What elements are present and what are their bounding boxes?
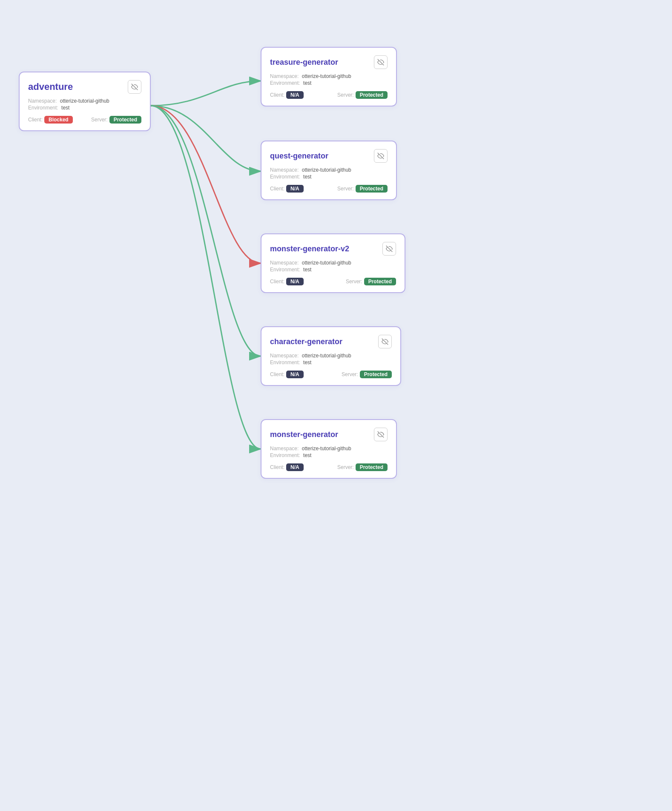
adventure-icon-btn[interactable] [128, 80, 141, 94]
eye-off-icon [131, 83, 138, 90]
character-server: Server: Protected [342, 371, 392, 378]
character-icon-btn[interactable] [378, 335, 392, 348]
treasure-namespace: Namespace: otterize-tutorial-github [270, 73, 388, 79]
card-treasure-header: treasure-generator [270, 55, 388, 69]
treasure-footer: Client: N/A Server: Protected [270, 91, 388, 99]
card-character-title: character-generator [270, 337, 342, 346]
adventure-environment: Environment: test [28, 105, 141, 111]
card-monster-header: monster-generator [270, 428, 388, 441]
monster-v2-server-badge: Protected [364, 278, 396, 285]
canvas: adventure Namespace: otterize-tutorial-g… [0, 0, 672, 811]
adventure-client-badge: Blocked [44, 116, 73, 124]
eye-off-icon-monster [377, 431, 384, 438]
monster-server-badge: Protected [356, 463, 388, 471]
character-server-badge: Protected [360, 371, 392, 378]
monster-v2-server: Server: Protected [346, 278, 396, 285]
monster-server: Server: Protected [337, 463, 388, 471]
character-client-badge: N/A [286, 371, 304, 378]
monster-v2-environment: Environment: test [270, 267, 396, 273]
card-quest-header: quest-generator [270, 149, 388, 163]
card-treasure-title: treasure-generator [270, 58, 338, 67]
treasure-client: Client: N/A [270, 91, 304, 99]
card-character-header: character-generator [270, 335, 392, 348]
quest-namespace: Namespace: otterize-tutorial-github [270, 167, 388, 173]
eye-off-icon-character [382, 338, 388, 345]
card-monster-v2-title: monster-generator-v2 [270, 244, 349, 253]
adventure-footer: Client: Blocked Server: Protected [28, 116, 141, 124]
character-environment: Environment: test [270, 359, 392, 365]
eye-off-icon-treasure [377, 59, 384, 66]
quest-server-badge: Protected [356, 185, 388, 193]
card-monster-v2-header: monster-generator-v2 [270, 242, 396, 256]
quest-server: Server: Protected [337, 185, 388, 193]
treasure-server: Server: Protected [337, 91, 388, 99]
monster-environment: Environment: test [270, 452, 388, 458]
monster-v2-icon-btn[interactable] [382, 242, 396, 256]
monster-namespace: Namespace: otterize-tutorial-github [270, 446, 388, 452]
card-adventure: adventure Namespace: otterize-tutorial-g… [19, 72, 151, 131]
monster-v2-footer: Client: N/A Server: Protected [270, 278, 396, 285]
card-quest-title: quest-generator [270, 152, 328, 161]
monster-v2-namespace: Namespace: otterize-tutorial-github [270, 260, 396, 266]
adventure-server: Server: Protected [91, 116, 141, 124]
eye-off-icon-quest [377, 152, 384, 159]
adventure-server-badge: Protected [109, 116, 141, 124]
card-adventure-title: adventure [28, 81, 73, 92]
card-treasure: treasure-generator Namespace: otterize-t… [261, 47, 397, 106]
monster-icon-btn[interactable] [374, 428, 388, 441]
treasure-client-badge: N/A [286, 91, 304, 99]
treasure-environment: Environment: test [270, 80, 388, 86]
treasure-icon-btn[interactable] [374, 55, 388, 69]
card-quest: quest-generator Namespace: otterize-tuto… [261, 141, 397, 200]
quest-icon-btn[interactable] [374, 149, 388, 163]
character-footer: Client: N/A Server: Protected [270, 371, 392, 378]
eye-off-icon-monster-v2 [386, 245, 393, 252]
card-adventure-header: adventure [28, 80, 141, 94]
monster-client: Client: N/A [270, 463, 304, 471]
monster-client-badge: N/A [286, 463, 304, 471]
treasure-server-badge: Protected [356, 91, 388, 99]
monster-v2-client: Client: N/A [270, 278, 304, 285]
quest-environment: Environment: test [270, 174, 388, 180]
card-monster-v2: monster-generator-v2 Namespace: otterize… [261, 233, 405, 293]
character-namespace: Namespace: otterize-tutorial-github [270, 353, 392, 359]
quest-client-badge: N/A [286, 185, 304, 193]
character-client: Client: N/A [270, 371, 304, 378]
card-character: character-generator Namespace: otterize-… [261, 326, 401, 386]
card-monster: monster-generator Namespace: otterize-tu… [261, 419, 397, 479]
monster-v2-client-badge: N/A [286, 278, 304, 285]
adventure-namespace: Namespace: otterize-tutorial-github [28, 98, 141, 104]
card-monster-title: monster-generator [270, 430, 338, 439]
quest-footer: Client: N/A Server: Protected [270, 185, 388, 193]
adventure-client: Client: Blocked [28, 116, 73, 124]
quest-client: Client: N/A [270, 185, 304, 193]
monster-footer: Client: N/A Server: Protected [270, 463, 388, 471]
